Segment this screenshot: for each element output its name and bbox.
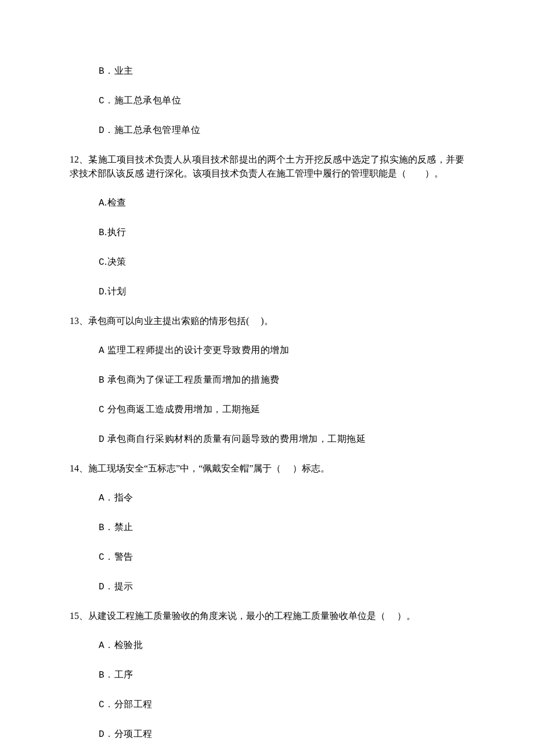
q11-option-d: D．施工总承包管理单位 <box>99 123 464 138</box>
option-letter: B <box>99 375 104 386</box>
option-sep: ． <box>104 66 114 75</box>
option-text: 监理工程师提出的设计变更导致费用的增加 <box>107 345 290 355</box>
option-letter: A <box>99 493 104 503</box>
option-sep: ． <box>104 699 114 709</box>
option-letter: B <box>99 523 104 533</box>
q14-prompt: 14、施工现场安全“五标志”中，“佩戴安全帽”属于（ ）标志。 <box>70 462 464 476</box>
q15-option-c: C．分部工程 <box>99 697 464 712</box>
option-sep: ． <box>104 95 114 105</box>
option-sep: ． <box>104 581 114 591</box>
option-letter: A <box>99 345 104 356</box>
option-letter: D <box>99 287 104 297</box>
q14-option-d: D．提示 <box>99 579 464 594</box>
option-letter: C <box>99 405 104 415</box>
q12-option-d: D.计划 <box>99 285 464 299</box>
option-sep: ． <box>104 125 114 135</box>
document-page: B．业主 C．施工总承包单位 D．施工总承包管理单位 12、某施工项目技术负责人… <box>0 0 534 756</box>
option-sep: ． <box>104 552 114 561</box>
option-text: 决策 <box>107 257 127 267</box>
option-sep: ． <box>104 492 114 502</box>
option-sep: ． <box>104 729 114 739</box>
option-letter: C <box>99 96 104 106</box>
option-text: 计划 <box>107 286 127 296</box>
option-text: 承包商为了保证工程质量而增加的措施费 <box>107 375 280 384</box>
q14-option-c: C．警告 <box>99 550 464 564</box>
option-letter: A <box>99 640 104 651</box>
q14-option-a: A．指令 <box>99 491 464 505</box>
option-letter: C <box>99 700 104 710</box>
option-text: 提示 <box>114 581 134 591</box>
q13-prompt: 13、承包商可以向业主提出索赔的情形包括( )。 <box>70 314 464 328</box>
option-text: 分部工程 <box>114 699 153 709</box>
q15-option-d: D．分项工程 <box>99 727 464 741</box>
option-letter: D <box>99 729 104 740</box>
q12-option-a: A.检查 <box>99 196 464 210</box>
option-letter: C <box>99 257 104 268</box>
option-text: 施工总承包单位 <box>114 95 182 105</box>
q11-option-c: C．施工总承包单位 <box>99 93 464 108</box>
q11-option-b: B．业主 <box>99 64 464 78</box>
option-text: 警告 <box>114 552 134 561</box>
option-letter: D <box>99 582 104 592</box>
option-text: 执行 <box>107 227 127 237</box>
option-text: 禁止 <box>114 522 134 532</box>
option-sep: ． <box>104 669 114 679</box>
q13-option-a: A 监理工程师提出的设计变更导致费用的增加 <box>99 343 464 358</box>
option-text: 工序 <box>114 669 134 679</box>
q12-option-b: B.执行 <box>99 225 464 240</box>
option-sep: ． <box>104 522 114 532</box>
q15-option-a: A．检验批 <box>99 638 464 653</box>
option-text: 分项工程 <box>114 729 153 739</box>
q12-option-c: C.决策 <box>99 255 464 269</box>
q15-prompt: 15、从建设工程施工质量验收的角度来说，最小的工程施工质量验收单位是（ ）。 <box>70 609 464 623</box>
option-text: 承包商自行采购材料的质量有问题导致的费用增加，工期拖延 <box>107 434 366 444</box>
q15-option-b: B．工序 <box>99 668 464 682</box>
option-letter: C <box>99 552 104 563</box>
option-letter: D <box>99 434 104 445</box>
option-letter: A <box>99 198 104 208</box>
q13-option-b: B 承包商为了保证工程质量而增加的措施费 <box>99 373 464 387</box>
q14-option-b: B．禁止 <box>99 520 464 535</box>
option-text: 检验批 <box>114 640 143 650</box>
q13-option-d: D 承包商自行采购材料的质量有问题导致的费用增加，工期拖延 <box>99 432 464 447</box>
option-text: 分包商返工造成费用增加，工期拖延 <box>107 404 261 414</box>
q13-option-c: C 分包商返工造成费用增加，工期拖延 <box>99 402 464 417</box>
option-letter: D <box>99 125 104 136</box>
option-text: 施工总承包管理单位 <box>114 125 201 135</box>
q12-prompt: 12、某施工项目技术负责人从项目技术部提出的两个土方开挖反感中选定了拟实施的反感… <box>70 153 464 181</box>
option-text: 检查 <box>107 197 127 207</box>
option-letter: B <box>99 670 104 681</box>
option-text: 业主 <box>114 66 134 75</box>
option-letter: B <box>99 66 104 77</box>
option-sep: ． <box>104 640 114 650</box>
option-letter: B <box>99 228 104 238</box>
option-text: 指令 <box>114 492 134 502</box>
